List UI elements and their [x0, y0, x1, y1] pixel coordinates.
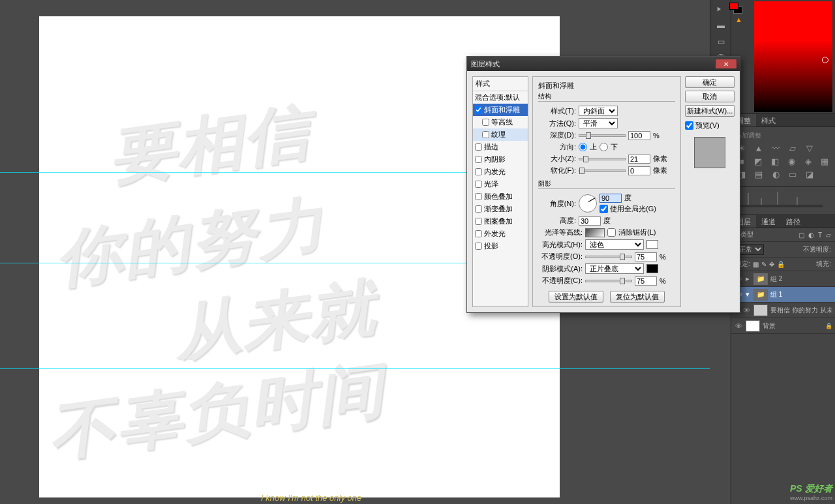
filter-adj-icon[interactable]: ◐: [808, 231, 814, 239]
hl-opacity-slider[interactable]: [585, 256, 632, 258]
styles-header[interactable]: 样式: [473, 77, 528, 91]
dir-down-radio[interactable]: [600, 143, 608, 151]
style-contour[interactable]: 等高线: [473, 116, 528, 128]
bevel-check[interactable]: [475, 106, 482, 113]
dir-up-radio[interactable]: [579, 143, 587, 151]
layer-row-group1[interactable]: 👁 ▾ 📁 组 1: [731, 287, 835, 303]
lock-pos-icon[interactable]: ✥: [769, 261, 774, 268]
sh-color-swatch[interactable]: [646, 264, 658, 273]
visibility-icon[interactable]: 👁: [734, 322, 743, 330]
contour-check[interactable]: [482, 119, 489, 126]
fg-bg-swatch[interactable]: [729, 3, 742, 13]
style-pattern-overlay[interactable]: 图案叠加: [473, 215, 528, 228]
style-gradient-overlay[interactable]: 渐变叠加: [473, 203, 528, 215]
selective-color-icon[interactable]: ◪: [803, 169, 816, 179]
threshold-icon[interactable]: ◐: [769, 169, 782, 179]
hl-color-swatch[interactable]: [646, 240, 658, 249]
style-outer-glow[interactable]: 外发光: [473, 228, 528, 240]
visibility-icon[interactable]: 👁: [742, 306, 751, 314]
ok-button[interactable]: 确定: [685, 76, 735, 88]
preview-check[interactable]: [685, 121, 693, 130]
photo-filter-icon[interactable]: ◉: [785, 156, 798, 166]
sh-mode-select[interactable]: 正片叠底: [585, 263, 644, 274]
cancel-button[interactable]: 取消: [685, 91, 735, 102]
close-button[interactable]: ✕: [715, 59, 737, 69]
technique-label: 方法(Q):: [538, 119, 576, 128]
technique-select[interactable]: 平滑: [579, 118, 618, 128]
dialog-titlebar[interactable]: 图层样式 ✕: [467, 57, 740, 71]
pattern-overlay-check[interactable]: [475, 218, 482, 225]
depth-input[interactable]: [628, 131, 650, 140]
levels-icon[interactable]: ▲: [752, 143, 765, 153]
style-select[interactable]: 内斜面: [579, 106, 618, 116]
size-slider[interactable]: [579, 158, 626, 160]
style-inner-glow[interactable]: 内发光: [473, 166, 528, 178]
inner-shadow-check[interactable]: [475, 156, 482, 163]
style-bevel[interactable]: 斜面和浮雕: [473, 104, 528, 116]
style-color-overlay[interactable]: 颜色叠加: [473, 190, 528, 203]
hl-opacity-input[interactable]: [635, 252, 657, 261]
stroke-check[interactable]: [475, 143, 482, 151]
altitude-input[interactable]: [579, 216, 601, 226]
vibrance-icon[interactable]: ▽: [803, 143, 816, 153]
style-texture[interactable]: 纹理: [473, 128, 528, 141]
svg-rect-2: [748, 193, 749, 205]
gradient-map-icon[interactable]: ▭: [786, 169, 799, 179]
collapse-icon[interactable]: [712, 2, 730, 16]
size-input[interactable]: [628, 155, 650, 164]
foreground-color[interactable]: [729, 3, 738, 10]
guide-line[interactable]: [0, 368, 710, 369]
filter-text-icon[interactable]: T: [818, 231, 822, 239]
global-light-check[interactable]: [600, 205, 608, 213]
color-picker-ramp[interactable]: [754, 1, 832, 112]
lock-paint-icon[interactable]: ✎: [761, 261, 767, 268]
curves-icon[interactable]: 〰: [769, 143, 782, 153]
angle-input[interactable]: [600, 194, 622, 203]
satin-check[interactable]: [475, 181, 482, 188]
dialog-title: 图层样式: [471, 59, 500, 69]
new-style-button[interactable]: 新建样式(W)...: [685, 105, 735, 117]
style-satin[interactable]: 光泽: [473, 178, 528, 190]
navigator-icon[interactable]: ▭: [712, 35, 730, 49]
filter-shape-icon[interactable]: ▱: [826, 231, 831, 239]
layer-row-text[interactable]: 👁 要相信 你的努力 从未: [731, 303, 835, 318]
lock-all-icon[interactable]: 🔒: [777, 261, 785, 268]
histogram-icon[interactable]: ▬: [712, 18, 730, 33]
structure-label: 结构: [538, 92, 675, 101]
style-drop-shadow[interactable]: 投影: [473, 240, 528, 252]
make-default-button[interactable]: 设置为默认值: [549, 291, 603, 303]
lock-trans-icon[interactable]: ▦: [753, 261, 759, 268]
posterize-icon[interactable]: ▤: [752, 169, 765, 179]
texture-check[interactable]: [482, 131, 489, 138]
tab-paths[interactable]: 路径: [781, 215, 806, 228]
soften-input[interactable]: [628, 166, 650, 175]
reset-default-button[interactable]: 复位为默认值: [610, 291, 665, 303]
style-blend-defaults[interactable]: 混合选项:默认: [473, 91, 528, 104]
outer-glow-check[interactable]: [475, 230, 482, 237]
drop-shadow-check[interactable]: [475, 243, 482, 250]
bw-icon[interactable]: ◧: [768, 156, 782, 166]
exposure-icon[interactable]: ▱: [786, 143, 799, 153]
gradient-overlay-check[interactable]: [475, 205, 482, 213]
style-stroke[interactable]: 描边: [473, 141, 528, 153]
inner-glow-check[interactable]: [475, 168, 482, 175]
layer-row-group2[interactable]: 👁 ▸ 📁 组 2: [731, 271, 835, 287]
style-inner-shadow[interactable]: 内阴影: [473, 153, 528, 166]
gamut-warning-icon[interactable]: ▲: [735, 16, 742, 23]
hl-mode-select[interactable]: 滤色: [585, 239, 644, 250]
filter-img-icon[interactable]: ▢: [798, 231, 804, 239]
tab-channels[interactable]: 通道: [756, 215, 781, 228]
tab-styles[interactable]: 样式: [756, 114, 781, 126]
depth-slider[interactable]: [579, 134, 626, 137]
angle-dial[interactable]: [579, 194, 597, 213]
antialias-check[interactable]: [607, 228, 616, 237]
layer-row-background[interactable]: 👁 背景 🔒: [731, 318, 835, 334]
colorbalance-icon[interactable]: ◩: [752, 156, 765, 166]
channel-mixer-icon[interactable]: ◈: [802, 156, 815, 166]
sh-opacity-slider[interactable]: [585, 280, 632, 282]
lookup-icon[interactable]: ▦: [819, 156, 832, 166]
color-overlay-check[interactable]: [475, 193, 482, 200]
gloss-contour-picker[interactable]: [585, 228, 605, 237]
soften-slider[interactable]: [579, 170, 626, 172]
sh-opacity-input[interactable]: [635, 276, 657, 286]
